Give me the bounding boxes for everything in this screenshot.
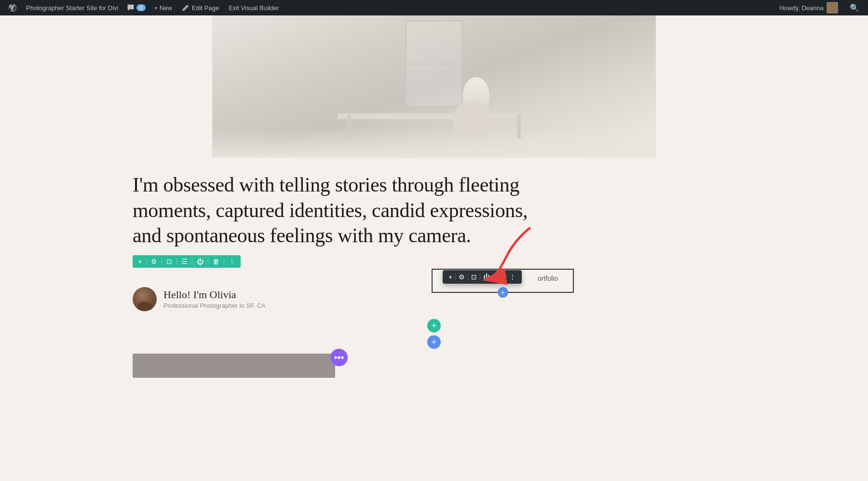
toolbar-grid-icon[interactable]: ☰ (180, 257, 189, 266)
howdy-text: Howdy, Deanna (779, 4, 824, 12)
add-section-button-teal[interactable]: + (427, 319, 441, 332)
toolbar-delete-icon[interactable]: 🗑 (211, 257, 221, 266)
wp-logo-icon (9, 4, 16, 12)
add-row-container: + + (0, 319, 868, 349)
admin-bar: Photographer Starter Site for Divi 0 + N… (0, 0, 868, 15)
hero-table-leg-left (347, 114, 351, 138)
add-teal-icon: + (432, 321, 437, 330)
floating-module-toolbar[interactable]: + ⚙ ⊡ ⏻ 🗑 ⋮ (443, 270, 522, 284)
ft-settings-icon[interactable]: ⚙ (457, 273, 467, 281)
toolbar-duplicate-icon[interactable]: ⊡ (165, 257, 174, 266)
wp-logo-button[interactable] (4, 0, 21, 15)
toolbar-settings-icon[interactable]: ⚙ (149, 257, 159, 266)
toolbar-sep-4 (192, 258, 192, 265)
toolbar-add-icon[interactable]: + (136, 257, 143, 266)
adminbar-search-button[interactable]: 🔍 (845, 3, 864, 13)
toolbar-sep-3 (176, 258, 177, 265)
bottom-section: ••• (0, 354, 868, 378)
hero-table-leg-right (517, 114, 521, 138)
hero-chair-decor (448, 90, 497, 138)
edit-icon (182, 4, 190, 12)
ft-sep-5 (506, 274, 506, 280)
edit-page-label: Edit Page (192, 4, 219, 12)
new-content-button[interactable]: + New (149, 0, 177, 15)
site-name-text: Photographer Starter Site for Divi (26, 4, 118, 12)
author-title: Professional Photographer in SF, CA (163, 302, 266, 309)
author-avatar (133, 287, 157, 311)
hero-table-decor (338, 113, 530, 119)
author-info: Hello! I'm Olivia Professional Photograp… (163, 289, 266, 309)
ft-more-icon[interactable]: ⋮ (507, 273, 518, 281)
more-options-icon: ••• (334, 353, 344, 362)
toolbar-sep-6 (224, 258, 224, 265)
toolbar-sep-5 (208, 258, 208, 265)
comment-icon (127, 4, 135, 12)
new-label: + New (154, 4, 172, 12)
ft-sep-4 (493, 274, 493, 280)
ft-sep-3 (480, 274, 480, 280)
exit-vb-label: Exit Visual Builder (229, 4, 279, 12)
headline-section: I'm obsessed with telling stories throug… (0, 158, 868, 277)
toolbar-more-icon[interactable]: ⋮ (227, 257, 237, 266)
add-blue-icon: + (432, 338, 437, 346)
user-avatar (827, 2, 838, 14)
ft-delete-icon[interactable]: 🗑 (494, 273, 505, 281)
bottom-image-placeholder (133, 354, 335, 378)
add-section-button-blue[interactable]: + (427, 335, 441, 349)
toolbar-sep-2 (162, 258, 162, 265)
site-name-button[interactable]: Photographer Starter Site for Divi (21, 0, 123, 15)
exit-vb-button[interactable]: Exit Visual Builder (224, 0, 284, 15)
hero-image-section (0, 15, 868, 158)
page-content: I'm obsessed with telling stories throug… (0, 15, 868, 481)
module-toolbar-green[interactable]: + ⚙ ⊡ ☰ ⏻ 🗑 ⋮ (133, 255, 241, 268)
edit-page-button[interactable]: Edit Page (177, 0, 224, 15)
more-options-button-purple[interactable]: ••• (330, 349, 348, 366)
ft-add-icon[interactable]: + (447, 273, 454, 281)
module-add-inside-button[interactable]: + (498, 287, 508, 298)
ft-sep-1 (455, 274, 456, 280)
ft-sep-2 (468, 274, 468, 280)
toolbar-sep-1 (146, 258, 147, 265)
adminbar-right: Howdy, Deanna 🔍 (774, 2, 864, 14)
comments-button[interactable]: 0 (123, 4, 149, 12)
hero-image (212, 15, 656, 158)
toolbar-visibility-icon[interactable]: ⏻ (195, 257, 205, 266)
author-name: Hello! I'm Olivia (163, 289, 266, 301)
comment-count: 0 (136, 4, 145, 11)
headline-text: I'm obsessed with telling stories throug… (133, 172, 552, 248)
ft-power-icon[interactable]: ⏻ (481, 273, 492, 281)
howdy-menu[interactable]: Howdy, Deanna (774, 2, 843, 14)
ft-duplicate-icon[interactable]: ⊡ (469, 273, 479, 281)
